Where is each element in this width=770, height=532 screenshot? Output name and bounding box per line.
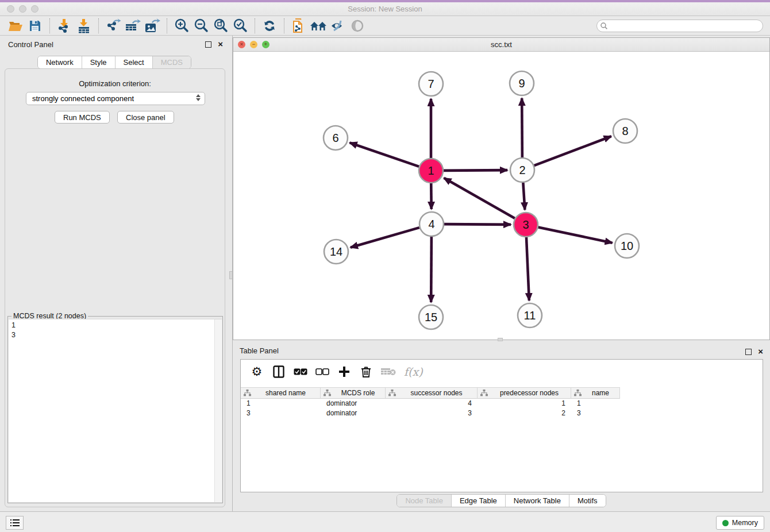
mcds-result-textarea[interactable]: 1 3 [9, 319, 222, 502]
delete-icon[interactable] [359, 364, 373, 379]
import-table-icon[interactable] [74, 17, 94, 34]
birdseye-view-icon[interactable] [348, 17, 367, 34]
table-cell[interactable]: dominator [321, 408, 386, 418]
graph-node-8[interactable]: 8 [613, 119, 637, 143]
table-cell[interactable]: 1 [571, 399, 620, 408]
table-row[interactable]: 1dominator411 [241, 399, 763, 408]
zoom-selected-icon[interactable] [230, 17, 250, 34]
column-type-icon [480, 390, 488, 396]
zoom-out-icon[interactable] [191, 17, 211, 34]
mcds-result-scrollbar[interactable] [214, 319, 222, 502]
graph-node-15[interactable]: 15 [419, 305, 443, 329]
network-canvas[interactable]: 7968124314101511 [233, 52, 769, 340]
column-header-shared-name[interactable]: shared name [241, 387, 321, 399]
edge-4-15[interactable] [431, 237, 432, 302]
table-cell[interactable]: 3 [241, 408, 321, 418]
export-image-icon[interactable] [143, 17, 162, 34]
edge-4-3[interactable] [444, 224, 511, 225]
node-label: 8 [622, 125, 628, 137]
column-type-icon [244, 390, 251, 396]
save-session-icon[interactable] [25, 17, 45, 34]
tab-edge-table[interactable]: Edge Table [451, 495, 505, 507]
function-builder-icon[interactable]: f(x) [404, 364, 423, 379]
graph-node-10[interactable]: 10 [615, 234, 639, 258]
zoom-fit-icon[interactable] [211, 17, 230, 34]
table-cell[interactable]: 4 [386, 399, 478, 408]
graph-node-2[interactable]: 2 [510, 158, 534, 182]
graph-node-11[interactable]: 11 [518, 303, 542, 327]
table-cell[interactable]: 2 [478, 408, 571, 418]
tab-select[interactable]: Select [115, 56, 152, 68]
column-header-predecessor-nodes[interactable]: predecessor nodes [478, 387, 571, 399]
table-cell[interactable]: 1 [478, 399, 571, 408]
tab-mcds[interactable]: MCDS [152, 56, 191, 68]
graph-node-14[interactable]: 14 [324, 240, 348, 264]
column-header-successor-nodes[interactable]: successor nodes [386, 387, 478, 399]
tab-node-table[interactable]: Node Table [397, 495, 451, 507]
edge-3-11[interactable] [526, 237, 529, 300]
mcds-result-text: 1 3 [9, 319, 222, 341]
graph-node-9[interactable]: 9 [510, 71, 534, 95]
select-all-checkboxes-icon[interactable] [294, 364, 307, 379]
table-cell[interactable]: dominator [321, 399, 386, 408]
graph-node-3[interactable]: 3 [514, 213, 538, 237]
optimization-criterion-select[interactable]: strongly connected component [26, 92, 205, 105]
toolbar-separator [167, 18, 167, 33]
table-cell[interactable]: 3 [386, 408, 478, 418]
delete-table-icon[interactable] [381, 364, 396, 379]
table-panel-close-icon[interactable]: × [758, 348, 763, 354]
control-panel-float-icon[interactable] [205, 41, 211, 48]
network-from-selection-icon[interactable] [289, 17, 309, 34]
task-list-icon[interactable] [6, 516, 24, 530]
search-input[interactable] [596, 20, 763, 32]
open-session-icon[interactable] [6, 17, 25, 34]
toolbar-separator [49, 18, 50, 33]
node-label: 7 [428, 78, 434, 90]
tab-motifs[interactable]: Motifs [569, 495, 606, 507]
gear-icon[interactable]: ⚙ [250, 364, 264, 379]
column-header-MCDS-role[interactable]: MCDS role [321, 387, 386, 399]
edge-3-1[interactable] [444, 178, 515, 218]
edge-3-10[interactable] [538, 228, 613, 243]
edge-1-2[interactable] [444, 170, 507, 171]
column-header-label: predecessor nodes [488, 389, 571, 397]
edge-4-14[interactable] [351, 228, 419, 248]
tab-style[interactable]: Style [82, 56, 115, 68]
first-neighbors-icon[interactable] [309, 17, 328, 34]
export-network-icon[interactable] [103, 17, 123, 34]
close-panel-button[interactable]: Close panel [117, 111, 174, 124]
graph-node-6[interactable]: 6 [324, 126, 348, 150]
edge-1-6[interactable] [350, 142, 419, 166]
graph-node-1[interactable]: 1 [419, 159, 443, 183]
graphics-details-icon[interactable] [328, 17, 348, 34]
edge-2-3[interactable] [523, 183, 525, 210]
node-label: 4 [428, 218, 434, 230]
memory-button[interactable]: Memory [716, 516, 764, 530]
table-toolbar: ⚙ f(x) [241, 360, 763, 384]
control-panel-close-icon[interactable]: × [218, 41, 223, 47]
graph-node-4[interactable]: 4 [419, 212, 444, 236]
column-layout-icon[interactable] [272, 364, 286, 379]
horizontal-splitter-grip[interactable] [498, 338, 503, 341]
zoom-in-icon[interactable] [172, 17, 191, 34]
column-header-label: name [582, 389, 619, 397]
main-toolbar [0, 16, 770, 36]
export-table-icon[interactable] [123, 17, 143, 34]
deselect-checkboxes-icon[interactable] [315, 364, 329, 379]
table-cell[interactable]: 1 [241, 399, 321, 408]
node-label: 15 [425, 311, 437, 323]
table-cell[interactable]: 3 [571, 408, 620, 418]
table-panel-float-icon[interactable] [745, 349, 752, 355]
tab-network[interactable]: Network [38, 56, 82, 68]
add-column-icon[interactable] [337, 364, 351, 379]
edge-2-8[interactable] [534, 136, 611, 165]
control-panel-tabs: NetworkStyleSelectMCDS [0, 56, 229, 69]
refresh-layout-icon[interactable] [260, 17, 279, 34]
column-header-name[interactable]: name [571, 387, 620, 399]
tab-network-table[interactable]: Network Table [505, 495, 569, 507]
graph-node-7[interactable]: 7 [419, 72, 443, 96]
run-mcds-button[interactable]: Run MCDS [55, 111, 110, 124]
table-row[interactable]: 3dominator323 [241, 408, 763, 418]
edge-2-9[interactable] [522, 98, 522, 157]
import-network-icon[interactable] [55, 17, 74, 34]
